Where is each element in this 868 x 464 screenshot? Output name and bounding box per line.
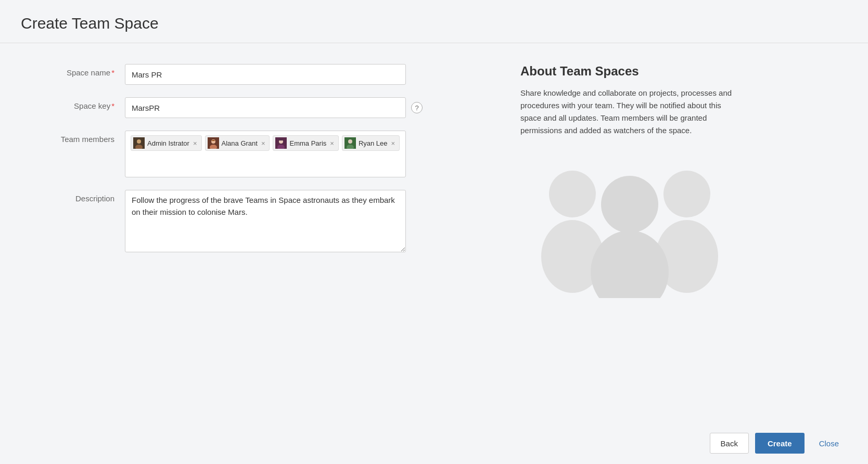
space-key-input[interactable] — [125, 97, 406, 118]
space-name-input[interactable] — [125, 64, 406, 85]
remove-emma[interactable]: × — [330, 139, 334, 147]
team-members-label: Team members — [21, 131, 125, 144]
page-title: Create Team Space — [21, 15, 847, 32]
svg-point-12 — [549, 171, 596, 217]
description-label: Description — [21, 190, 125, 203]
space-name-row: Space name* — [21, 64, 489, 85]
description-row: Description Follow the progress of the b… — [21, 190, 489, 252]
description-textarea[interactable]: Follow the progress of the brave Teams i… — [125, 190, 406, 252]
svg-point-1 — [137, 139, 141, 144]
team-members-row: Team members Admin Istrator × — [21, 131, 489, 177]
info-text: Share knowledge and collaborate on proje… — [520, 87, 739, 137]
space-name-label: Space name* — [21, 64, 125, 77]
member-name-ryan: Ryan Lee — [359, 139, 388, 147]
avatar-admin — [133, 137, 145, 149]
avatar-emma — [275, 137, 287, 149]
people-illustration — [520, 152, 739, 298]
remove-admin[interactable]: × — [193, 139, 197, 147]
team-illustration — [520, 152, 739, 298]
svg-point-17 — [591, 230, 669, 298]
info-title: About Team Spaces — [520, 64, 739, 79]
form-section: Space name* Space key* ? Team members — [21, 64, 489, 422]
svg-point-10 — [348, 139, 352, 144]
member-name-emma: Emma Paris — [289, 139, 326, 147]
space-key-row: Space key* ? — [21, 97, 489, 118]
member-name-alana: Alana Grant — [222, 139, 258, 147]
header-section: Create Team Space — [0, 0, 868, 43]
remove-ryan[interactable]: × — [391, 139, 395, 147]
page-wrapper: Create Team Space Space name* Space key*… — [0, 0, 868, 464]
space-key-wrapper: ? — [125, 97, 423, 118]
avatar-ryan — [344, 137, 356, 149]
svg-point-16 — [601, 176, 658, 233]
back-button[interactable]: Back — [710, 433, 749, 454]
member-tag-ryan: Ryan Lee × — [342, 135, 400, 151]
required-star-name: * — [111, 68, 114, 77]
create-button[interactable]: Create — [755, 433, 805, 454]
space-key-label: Space key* — [21, 97, 125, 110]
avatar-alana — [208, 137, 219, 149]
remove-alana[interactable]: × — [261, 139, 265, 147]
team-members-box[interactable]: Admin Istrator × Alana Grant — [125, 131, 406, 177]
member-tag-emma: Emma Paris × — [273, 135, 338, 151]
close-button[interactable]: Close — [811, 433, 847, 454]
member-tag-alana: Alana Grant × — [205, 135, 270, 151]
footer-section: Back Create Close — [0, 422, 868, 464]
content-area: Space name* Space key* ? Team members — [0, 43, 868, 422]
svg-point-14 — [663, 171, 710, 217]
help-icon[interactable]: ? — [411, 102, 423, 113]
info-section: About Team Spaces Share knowledge and co… — [520, 64, 739, 422]
required-star-key: * — [111, 101, 114, 110]
member-name-admin: Admin Istrator — [147, 139, 189, 147]
member-tag-admin: Admin Istrator × — [131, 135, 202, 151]
